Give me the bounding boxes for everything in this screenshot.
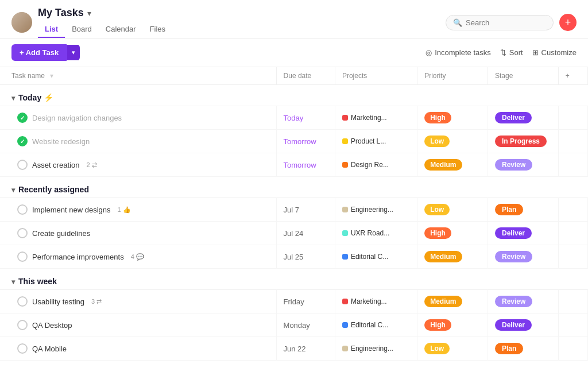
add-task-dropdown-button[interactable]: ▾: [67, 45, 80, 60]
table-row: QA DesktopMondayEditorial C...HighDelive…: [0, 314, 588, 337]
section-chevron-icon[interactable]: ▾: [11, 186, 15, 194]
project-name: Product L...: [351, 137, 386, 145]
stage-badge[interactable]: In Progress: [495, 136, 547, 147]
project-name: Marketing...: [351, 114, 387, 122]
task-checkbox[interactable]: [17, 296, 28, 307]
sort-button[interactable]: ⇅ Sort: [500, 48, 523, 57]
task-project: Engineering...: [335, 198, 417, 222]
priority-badge[interactable]: High: [424, 319, 451, 331]
priority-badge[interactable]: Medium: [424, 159, 462, 171]
task-checkbox[interactable]: [17, 160, 28, 170]
task-checkbox[interactable]: [17, 251, 28, 262]
project-color-dot: [342, 162, 348, 168]
priority-badge[interactable]: Low: [424, 343, 450, 354]
table-row: Website redesignTomorrowProduct L...LowI…: [0, 130, 588, 153]
task-name: QA Mobile: [32, 345, 67, 353]
task-due-date: Today: [276, 106, 335, 130]
task-meta: 4 💬: [131, 253, 144, 261]
search-input[interactable]: [466, 18, 546, 27]
sort-icon: ⇅: [500, 48, 506, 57]
task-name-cell: Website redesign: [0, 130, 276, 153]
task-stage: Deliver: [488, 106, 558, 130]
task-checkbox[interactable]: [17, 113, 28, 123]
stage-badge[interactable]: Review: [495, 296, 532, 307]
add-button[interactable]: +: [559, 14, 577, 31]
task-due-date: Jul 25: [276, 245, 335, 269]
task-checkbox[interactable]: [17, 343, 28, 354]
add-task-button-group: + Add Task ▾: [11, 44, 80, 61]
project-color-dot: [342, 254, 348, 260]
task-due-date: Tomorrow: [276, 130, 335, 153]
col-header-projects: Projects: [335, 67, 417, 85]
task-due-date: Jul 7: [276, 198, 335, 222]
project-color-dot: [342, 115, 348, 121]
priority-badge[interactable]: High: [424, 112, 451, 123]
task-row-actions: [558, 337, 587, 361]
task-stage: Review: [488, 245, 558, 269]
subtask-count: 2 ⇄: [86, 161, 96, 169]
tab-calendar[interactable]: Calendar: [99, 21, 143, 38]
task-meta: 2 ⇄: [86, 161, 96, 169]
stage-badge[interactable]: Deliver: [495, 112, 532, 123]
stage-badge[interactable]: Plan: [495, 343, 523, 354]
tab-board[interactable]: Board: [65, 21, 99, 38]
section-chevron-icon[interactable]: ▾: [11, 94, 15, 102]
page-title: My Tasks: [38, 7, 84, 19]
task-checkbox[interactable]: [17, 228, 28, 238]
task-row-actions: [558, 130, 587, 153]
task-priority: High: [417, 314, 488, 337]
task-priority: Low: [417, 130, 488, 153]
project-name: UXR Road...: [351, 229, 389, 237]
task-stage: Review: [488, 153, 558, 177]
customize-button[interactable]: ⊞ Customize: [532, 48, 577, 57]
col-header-add[interactable]: +: [558, 67, 587, 85]
tab-files[interactable]: Files: [143, 21, 172, 38]
priority-badge[interactable]: Low: [424, 204, 450, 215]
table-row: Asset creation2 ⇄TomorrowDesign Re...Med…: [0, 153, 588, 177]
section-header: ▾Today⚡: [0, 85, 588, 106]
priority-badge[interactable]: Medium: [424, 251, 462, 262]
task-row-actions: [558, 153, 587, 177]
task-due-date: Jul 24: [276, 222, 335, 245]
title-area: My Tasks ▾ List Board Calendar Files: [38, 7, 446, 38]
task-stage: Deliver: [488, 222, 558, 245]
task-priority: Low: [417, 198, 488, 222]
priority-badge[interactable]: Medium: [424, 296, 462, 307]
incomplete-tasks-button[interactable]: ◎ Incomplete tasks: [425, 48, 491, 57]
search-box[interactable]: 🔍: [446, 15, 554, 30]
chevron-icon[interactable]: ▾: [50, 72, 53, 80]
task-row-actions: [558, 245, 587, 269]
task-row-actions: [558, 106, 587, 130]
col-header-taskname: Task name ▾: [0, 67, 276, 85]
stage-badge[interactable]: Plan: [495, 204, 523, 215]
task-name-cell: QA Mobile: [0, 337, 276, 361]
project-name: Editorial C...: [351, 321, 388, 329]
table-row: Usability testing3 ⇄FridayMarketing...Me…: [0, 290, 588, 314]
project-name: Editorial C...: [351, 253, 388, 261]
priority-badge[interactable]: Low: [424, 136, 450, 147]
subtask-count: 3 ⇄: [91, 298, 102, 305]
tab-list[interactable]: List: [38, 21, 65, 38]
chevron-down-icon[interactable]: ▾: [87, 9, 91, 18]
stage-badge[interactable]: Deliver: [495, 227, 532, 239]
task-project: Design Re...: [335, 153, 417, 177]
priority-badge[interactable]: High: [424, 227, 451, 239]
add-task-main-button[interactable]: + Add Task: [11, 44, 67, 61]
task-checkbox[interactable]: [17, 320, 28, 330]
task-priority: Medium: [417, 290, 488, 314]
task-name-cell: Create guidelines: [0, 222, 276, 245]
section-header: ▾This week: [0, 269, 588, 290]
task-row-actions: [558, 222, 587, 245]
section-chevron-icon[interactable]: ▾: [11, 278, 15, 286]
project-name: Engineering...: [351, 206, 393, 214]
task-name: Usability testing: [32, 297, 84, 306]
stage-badge[interactable]: Review: [495, 159, 532, 171]
task-name-cell: Usability testing3 ⇄: [0, 290, 276, 314]
stage-badge[interactable]: Deliver: [495, 319, 532, 331]
task-checkbox[interactable]: [17, 136, 28, 146]
comment-count: 4 💬: [131, 253, 144, 261]
stage-badge[interactable]: Review: [495, 251, 532, 262]
lightning-icon: ⚡: [44, 93, 53, 102]
task-checkbox[interactable]: [17, 204, 28, 215]
task-stage: In Progress: [488, 130, 558, 153]
